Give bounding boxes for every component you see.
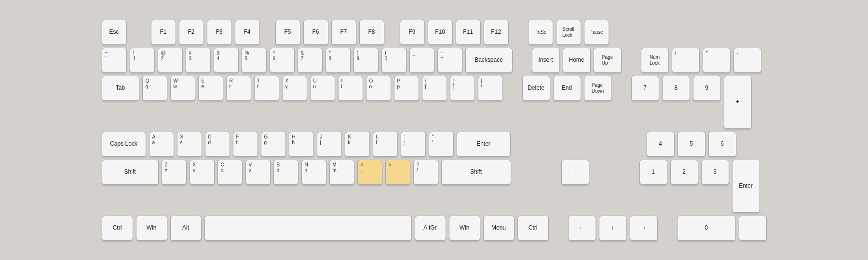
key-g[interactable]: Gg [261,132,286,157]
key-s[interactable]: Ss [177,132,202,157]
key-num-multiply[interactable]: * [703,48,731,73]
key-f10[interactable]: F10 [428,20,453,45]
key-y[interactable]: Yy [282,76,307,101]
key-comma[interactable]: <, [357,160,382,185]
key-caps-lock[interactable]: Caps Lock [102,132,146,157]
key-d[interactable]: Dd [205,132,230,157]
key-home[interactable]: Home [563,48,591,73]
key-backspace[interactable]: Backspace [465,48,513,73]
key-f9[interactable]: F9 [400,20,425,45]
key-esc[interactable]: Esc [102,20,127,45]
key-u[interactable]: Uu [310,76,335,101]
key-num-1[interactable]: 1 [639,160,667,185]
key-left-shift[interactable]: Shift [102,160,159,185]
key-right-ctrl[interactable]: Ctrl [517,216,549,241]
key-tab[interactable]: Tab [102,76,139,101]
key-0[interactable]: ) 0 [381,48,407,73]
key-insert[interactable]: Insert [532,48,560,73]
key-scroll-lock[interactable]: ScrollLock [556,20,581,45]
key-f3[interactable]: F3 [207,20,232,45]
key-7[interactable]: & 7 [298,48,323,73]
key-page-up[interactable]: PageUp [594,48,622,73]
key-t[interactable]: Tt [254,76,279,101]
key-w[interactable]: Ww [170,76,195,101]
key-page-down[interactable]: PageDown [584,76,612,101]
key-6[interactable]: ^ 6 [270,48,295,73]
key-num-divide[interactable]: / [672,48,700,73]
key-backtick[interactable]: ~ ` [102,48,127,73]
key-arrow-left[interactable]: ← [568,216,596,241]
key-period[interactable]: >. [385,160,410,185]
key-f2[interactable]: F2 [179,20,204,45]
key-o[interactable]: Oo [366,76,391,101]
key-p[interactable]: Pp [394,76,419,101]
key-8[interactable]: * 8 [326,48,351,73]
key-num-0[interactable]: 0 [677,216,736,241]
key-n[interactable]: Nn [301,160,326,185]
key-num-decimal[interactable]: . [739,216,767,241]
key-arrow-down[interactable]: ↓ [599,216,627,241]
key-minus[interactable]: _ - [409,48,434,73]
key-quote[interactable]: "' [429,132,454,157]
key-num-5[interactable]: 5 [678,132,705,157]
key-f1[interactable]: F1 [151,20,176,45]
key-delete[interactable]: Delete [522,76,550,101]
key-q[interactable]: Qq [142,76,167,101]
key-x[interactable]: Xx [190,160,215,185]
key-f5[interactable]: F5 [275,20,300,45]
key-equals[interactable]: + = [437,48,462,73]
key-f6[interactable]: F6 [303,20,328,45]
key-f[interactable]: Ff [233,132,258,157]
key-2[interactable]: @ 2 [158,48,183,73]
key-v[interactable]: Vv [245,160,271,185]
key-5[interactable]: % 5 [242,48,267,73]
key-z[interactable]: Zz [162,160,187,185]
key-num-8[interactable]: 8 [662,76,690,101]
key-e[interactable]: Ee [198,76,223,101]
key-f4[interactable]: F4 [235,20,260,45]
key-h[interactable]: Hh [289,132,314,157]
key-num-9[interactable]: 9 [693,76,721,101]
key-l[interactable]: Ll [373,132,398,157]
key-right-bracket[interactable]: }] [450,76,475,101]
key-f7[interactable]: F7 [331,20,356,45]
key-f11[interactable]: F11 [456,20,481,45]
key-f8[interactable]: F8 [359,20,384,45]
key-num-4[interactable]: 4 [647,132,675,157]
key-prtsc[interactable]: PrtSc [528,20,553,45]
key-altgr[interactable]: AltGr [415,216,446,241]
key-backslash[interactable]: |\ [478,76,503,101]
key-right-shift[interactable]: Shift [441,160,511,185]
key-pause[interactable]: Pause [584,20,609,45]
key-9[interactable]: ( 9 [353,48,379,73]
key-1[interactable]: ! 1 [130,48,155,73]
key-semicolon[interactable]: :; [401,132,426,157]
key-enter[interactable]: Enter [457,132,511,157]
key-3[interactable]: # 3 [186,48,211,73]
key-arrow-right[interactable]: → [630,216,658,241]
key-num-6[interactable]: 6 [708,132,736,157]
key-num-3[interactable]: 3 [701,160,729,185]
key-left-ctrl[interactable]: Ctrl [102,216,133,241]
key-i[interactable]: Ii [338,76,363,101]
key-num-lock[interactable]: NumLock [641,48,669,73]
key-arrow-up[interactable]: ↑ [561,160,589,185]
key-left-alt[interactable]: Alt [170,216,202,241]
key-r[interactable]: Rr [226,76,251,101]
key-num-7[interactable]: 7 [631,76,659,101]
key-m[interactable]: Mm [329,160,354,185]
key-b[interactable]: Bb [273,160,298,185]
key-num-minus[interactable]: - [733,48,761,73]
key-4[interactable]: $ 4 [214,48,239,73]
key-j[interactable]: Jj [317,132,342,157]
key-c[interactable]: Cc [217,160,243,185]
key-left-win[interactable]: Win [136,216,167,241]
key-end[interactable]: End [553,76,581,101]
key-right-win[interactable]: Win [449,216,480,241]
key-k[interactable]: Kk [345,132,370,157]
key-num-enter[interactable]: Enter [732,160,760,213]
key-num-plus[interactable]: + [724,76,752,129]
key-left-bracket[interactable]: {[ [422,76,447,101]
key-num-2[interactable]: 2 [670,160,698,185]
key-slash[interactable]: ?/ [413,160,438,185]
